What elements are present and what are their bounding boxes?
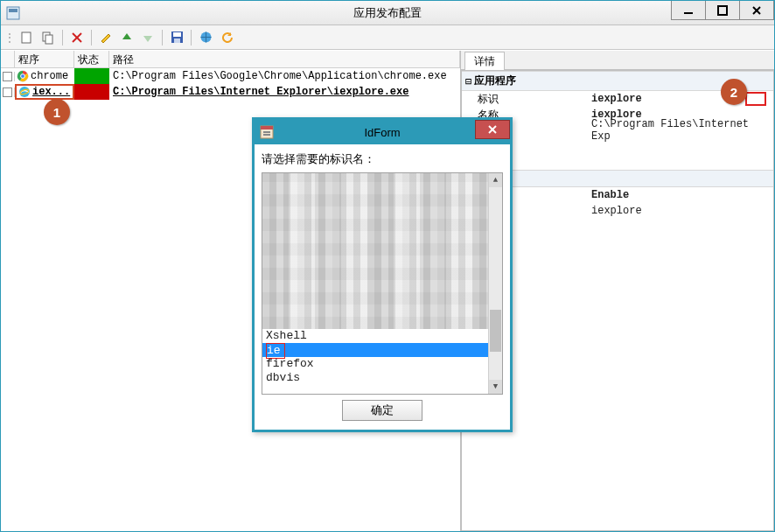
tab-details[interactable]: 详情: [464, 52, 505, 70]
id-listbox[interactable]: Xshell ie firefox dbvis ▲ ▼: [262, 172, 503, 395]
idform-dialog: IdForm 请选择需要的标识名： Xshell ie firefox dbvi…: [252, 117, 513, 432]
minimize-button[interactable]: [671, 1, 706, 20]
copy-button[interactable]: [39, 29, 57, 46]
annotation-badge-2: 2: [721, 79, 747, 105]
svg-point-17: [21, 74, 25, 79]
list-item[interactable]: Xshell: [262, 329, 488, 343]
toolbar-grip: ⋮: [4, 32, 15, 44]
table-header: 程序 状态 路径: [1, 51, 460, 68]
edit-button[interactable]: [97, 29, 115, 46]
svg-rect-2: [684, 12, 693, 14]
scroll-up-button[interactable]: ▲: [489, 173, 502, 187]
ie-icon: [18, 86, 31, 98]
dialog-footer: 确定: [262, 395, 503, 426]
table-row[interactable]: iex... C:\Program Files\Internet Explore…: [1, 84, 460, 100]
maximize-button[interactable]: [705, 1, 740, 20]
refresh-button[interactable]: [218, 29, 235, 46]
titlebar: 应用发布配置: [1, 1, 774, 25]
annotation-badge-1: 1: [44, 99, 70, 125]
svg-rect-12: [173, 32, 181, 37]
scroll-track[interactable]: [489, 187, 502, 380]
svg-rect-8: [45, 35, 52, 44]
row-program-name: chrome: [31, 70, 68, 82]
table-row[interactable]: chrome C:\Program Files\Google\Chrome\Ap…: [1, 68, 460, 84]
row-checkbox[interactable]: [3, 88, 12, 97]
dialog-prompt: 请选择需要的标识名：: [262, 151, 503, 167]
app-icon: [6, 6, 20, 20]
details-tabs: 详情: [461, 51, 774, 70]
svg-rect-1: [9, 9, 17, 12]
close-button[interactable]: [739, 1, 774, 20]
list-item-selected[interactable]: ie: [262, 343, 488, 357]
row-checkbox[interactable]: [3, 72, 12, 81]
scroll-thumb[interactable]: [490, 310, 501, 352]
move-up-button[interactable]: [118, 29, 136, 46]
row-program-name: iex...: [32, 86, 70, 98]
dialog-close-button[interactable]: [475, 120, 510, 139]
new-button[interactable]: [18, 29, 36, 46]
col-path[interactable]: 路径: [109, 51, 460, 67]
col-state[interactable]: 状态: [74, 51, 109, 67]
scroll-down-button[interactable]: ▼: [489, 380, 502, 394]
listbox-scrollbar[interactable]: ▲ ▼: [488, 173, 502, 394]
window-buttons: [672, 1, 774, 20]
save-button[interactable]: [168, 29, 185, 46]
toolbar: ⋮: [1, 25, 774, 50]
row-state: [74, 84, 109, 100]
dialog-icon: [260, 125, 274, 139]
row-path: C:\Program Files\Google\Chrome\Applicati…: [109, 70, 460, 82]
highlight-rect: [745, 92, 766, 106]
dialog-title: IdForm: [255, 126, 510, 139]
col-program[interactable]: 程序: [15, 51, 74, 67]
dialog-titlebar: IdForm: [255, 120, 510, 144]
dialog-body: 请选择需要的标识名： Xshell ie firefox dbvis ▲ ▼ 确…: [255, 144, 510, 430]
svg-rect-21: [261, 126, 273, 130]
svg-rect-3: [718, 6, 727, 15]
web-button[interactable]: [197, 29, 214, 46]
svg-rect-22: [263, 131, 270, 133]
svg-rect-6: [22, 32, 31, 43]
blurred-items: [262, 173, 488, 329]
list-item[interactable]: dbvis: [262, 371, 488, 385]
row-state: [74, 68, 109, 84]
svg-rect-23: [263, 134, 270, 136]
delete-button[interactable]: [68, 29, 86, 46]
ok-button[interactable]: 确定: [342, 400, 422, 421]
chrome-icon: [17, 70, 29, 82]
row-path: C:\Program Files\Internet Explorer\iexpl…: [109, 86, 460, 98]
svg-rect-13: [174, 38, 180, 43]
list-item[interactable]: firefox: [262, 357, 488, 371]
window-title: 应用发布配置: [1, 5, 774, 21]
move-down-button[interactable]: [139, 29, 157, 46]
